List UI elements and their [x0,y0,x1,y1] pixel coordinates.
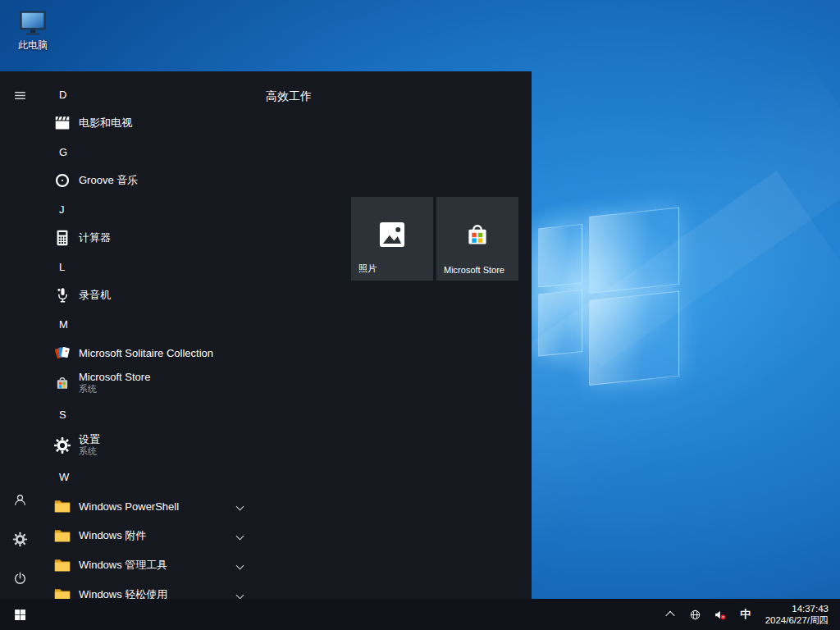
folder-icon [52,526,72,546]
user-account-button[interactable] [0,480,39,519]
gear-icon [52,436,72,455]
windows-logo-icon [13,608,27,622]
section-header-w[interactable]: W [39,462,253,491]
app-item-microsoft-store[interactable]: Microsoft Store 系统 [39,367,253,399]
clock-date: 2024/6/27/周四 [765,614,829,626]
tile-label: Microsoft Store [444,265,504,275]
chevron-down-icon[interactable] [236,532,244,540]
folder-item-windows-ease-of-access[interactable]: Windows 轻松使用 [39,580,253,599]
wallpaper-logo-pane [589,291,679,386]
volume-button[interactable] [710,599,731,630]
folder-icon [52,496,72,516]
desktop-icon-this-pc[interactable]: 此电脑 [7,10,59,52]
app-item-movies-tv[interactable]: 电影和电视 [39,109,253,137]
wallpaper-logo-pane [538,224,582,288]
tray-expand-button[interactable] [660,599,680,630]
start-button[interactable] [0,599,39,630]
section-header-s[interactable]: S [39,399,253,429]
app-label: Microsoft Store [79,371,150,384]
app-item-settings[interactable]: 设置 系统 [39,429,253,462]
network-button[interactable] [685,599,705,630]
folder-icon [52,555,72,575]
volume-muted-icon [714,608,728,622]
taskbar: 中 14:37:43 2024/6/27/周四 [0,599,840,630]
chevron-down-icon[interactable] [236,591,244,599]
folder-item-windows-powershell[interactable]: Windows PowerShell [39,491,253,521]
power-icon [12,571,28,587]
tile-label: 照片 [358,262,377,275]
ime-indicator[interactable]: 中 [736,599,756,630]
app-label: 设置 [79,433,100,446]
tile-photos[interactable]: 照片 [351,197,433,281]
folder-item-windows-accessories[interactable]: Windows 附件 [39,521,253,550]
system-tray: 中 14:37:43 2024/6/27/周四 [660,599,840,630]
power-button[interactable] [0,559,39,598]
groove-music-icon [52,171,72,190]
start-app-list: D 电影和电视 G Groove 音乐 J 计算器 L 录音机 M Micros… [39,80,253,599]
section-header-d[interactable]: D [39,80,253,109]
chevron-up-icon [665,611,674,620]
desktop-icon-label: 此电脑 [18,39,48,52]
section-header-m[interactable]: M [39,309,253,339]
app-sublabel: 系统 [79,384,150,395]
clock-time: 14:37:43 [765,603,829,614]
app-item-voice-recorder[interactable]: 录音机 [39,281,253,309]
voice-recorder-icon [52,285,72,305]
section-header-j[interactable]: J [39,194,253,224]
globe-icon [688,608,702,622]
app-item-solitaire[interactable]: Microsoft Solitaire Collection [39,339,253,367]
app-sublabel: 系统 [79,446,100,458]
tile-microsoft-store[interactable]: Microsoft Store [436,197,518,281]
store-bag-icon [52,373,72,393]
app-item-calculator[interactable]: 计算器 [39,224,253,252]
store-bag-icon [462,219,493,253]
tile-group: 照片 Microsoft Store [351,197,518,281]
folder-icon [52,585,72,599]
chevron-down-icon[interactable] [236,561,244,569]
folder-item-windows-admin-tools[interactable]: Windows 管理工具 [39,550,253,580]
chevron-down-icon[interactable] [236,502,244,510]
hamburger-icon [12,88,28,103]
computer-icon [18,10,48,36]
movies-tv-icon [52,113,72,133]
start-menu: D 电影和电视 G Groove 音乐 J 计算器 L 录音机 M Micros… [0,71,532,599]
tile-group-title[interactable]: 高效工作 [266,89,312,104]
calculator-icon [52,228,72,248]
wallpaper-logo-pane [589,208,679,294]
start-menu-rail [0,71,39,599]
app-item-groove-music[interactable]: Groove 音乐 [39,167,253,194]
gear-icon [12,532,28,547]
user-icon [12,492,28,508]
expand-menu-button[interactable] [0,75,39,115]
settings-button[interactable] [0,519,39,559]
wallpaper-logo-pane [538,290,582,357]
solitaire-icon [52,343,72,363]
clock[interactable]: 14:37:43 2024/6/27/周四 [760,603,833,627]
photos-icon [377,219,408,253]
section-header-l[interactable]: L [39,252,253,281]
section-header-g[interactable]: G [39,137,253,167]
